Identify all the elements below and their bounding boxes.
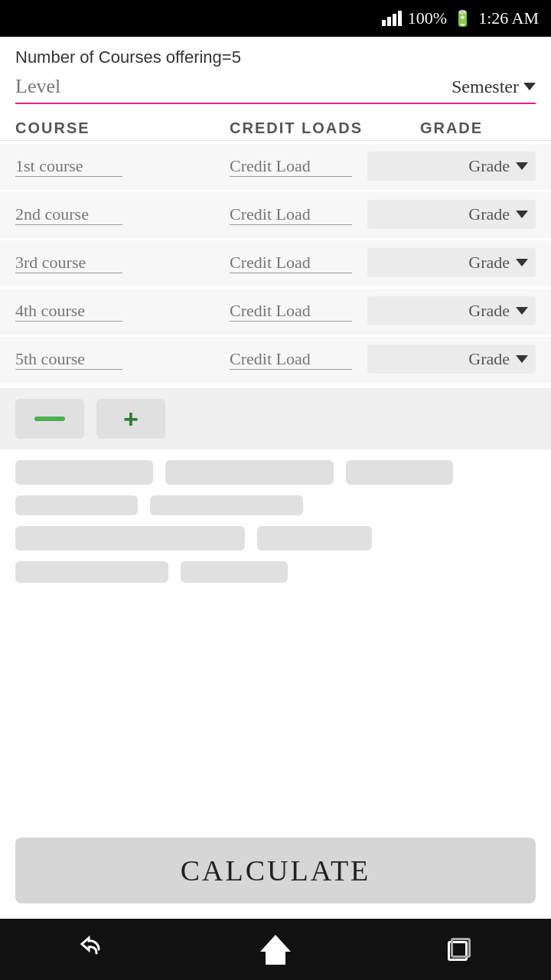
level-semester-row: Semester <box>15 75 536 104</box>
semester-label: Semester <box>452 77 519 97</box>
back-button[interactable] <box>77 935 106 964</box>
calculate-button[interactable]: CALCULATE <box>15 838 536 903</box>
semester-dropdown[interactable]: Semester <box>452 77 536 97</box>
grade-dropdown-4[interactable]: Grade <box>367 296 536 325</box>
home-icon <box>260 935 291 965</box>
grade-chevron-icon-1 <box>516 162 528 170</box>
grade-dropdown-5[interactable]: Grade <box>367 345 536 374</box>
credit-load-input-5[interactable] <box>230 349 352 370</box>
filler-block <box>165 460 334 485</box>
table-row: Grade <box>0 337 551 382</box>
course-name-input-5[interactable] <box>15 349 122 370</box>
nav-bar <box>0 919 551 980</box>
filler-section <box>0 452 551 825</box>
table-row: Grade <box>0 144 551 189</box>
signal-icon <box>382 11 402 26</box>
top-bar: Number of Courses offering=5 Semester <box>0 37 551 116</box>
credit-load-input-4[interactable] <box>230 301 352 322</box>
credit-col-header: CREDIT LOADS <box>230 119 367 137</box>
grade-label-2: Grade <box>468 204 510 224</box>
status-bar: 100% 🔋 1:26 AM <box>0 0 551 37</box>
table-row: Grade <box>0 289 551 334</box>
grade-dropdown-3[interactable]: Grade <box>367 248 536 277</box>
remove-course-button[interactable] <box>15 399 84 439</box>
grade-label-5: Grade <box>468 349 510 369</box>
filler-block <box>257 526 372 550</box>
filler-block <box>15 495 138 515</box>
filler-block <box>15 460 153 485</box>
grade-label-4: Grade <box>468 301 510 321</box>
credit-load-input-2[interactable] <box>230 204 352 225</box>
credit-load-input-3[interactable] <box>230 253 352 273</box>
battery-icon: 🔋 <box>453 9 472 28</box>
filler-row-1 <box>15 460 536 485</box>
grade-chevron-icon-4 <box>516 307 528 315</box>
table-row: Grade <box>0 240 551 286</box>
grade-chevron-icon-5 <box>516 355 528 363</box>
filler-block <box>346 460 453 485</box>
minus-icon <box>34 416 65 421</box>
grade-label-1: Grade <box>468 156 510 176</box>
filler-block <box>15 526 245 550</box>
battery-percentage: 100% <box>408 8 447 28</box>
grade-chevron-icon-3 <box>516 259 528 266</box>
filler-row-3 <box>15 526 536 550</box>
table-header: COURSE CREDIT LOADS GRADE <box>0 116 551 141</box>
recents-button[interactable] <box>445 935 474 964</box>
add-course-button[interactable]: + <box>96 399 165 439</box>
filler-row-2 <box>15 495 536 515</box>
filler-block <box>150 495 303 515</box>
semester-chevron-icon <box>523 83 536 90</box>
course-name-input-1[interactable] <box>15 156 122 177</box>
grade-dropdown-1[interactable]: Grade <box>367 152 536 181</box>
course-name-input-2[interactable] <box>15 204 122 225</box>
home-button[interactable] <box>260 935 291 965</box>
credit-load-input-1[interactable] <box>230 156 352 177</box>
time-display: 1:26 AM <box>478 8 539 28</box>
grade-label-3: Grade <box>468 253 510 273</box>
grade-chevron-icon-2 <box>516 211 528 218</box>
table-row: Grade <box>0 192 551 237</box>
plus-icon: + <box>123 406 139 432</box>
courses-container: Grade Grade Grade Grade <box>0 144 551 385</box>
grade-dropdown-2[interactable]: Grade <box>367 200 536 229</box>
grade-col-header: GRADE <box>367 119 536 137</box>
recents-icon <box>445 935 474 964</box>
app-content: Number of Courses offering=5 Semester CO… <box>0 37 551 919</box>
course-name-input-4[interactable] <box>15 301 122 322</box>
filler-block <box>15 561 168 583</box>
course-name-input-3[interactable] <box>15 253 122 273</box>
course-col-header: COURSE <box>15 119 230 137</box>
controls-row: + <box>0 388 551 449</box>
filler-block <box>181 561 288 583</box>
level-input[interactable] <box>15 75 442 98</box>
filler-row-4 <box>15 561 536 583</box>
back-icon <box>77 935 106 964</box>
num-courses-label: Number of Courses offering=5 <box>15 47 536 67</box>
